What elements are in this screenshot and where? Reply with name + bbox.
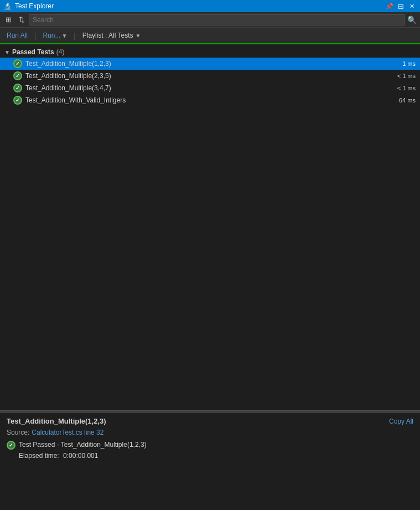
playlist-button[interactable]: Playlist : All Tests ▼ xyxy=(80,30,143,40)
playlist-dropdown-arrow[interactable]: ▼ xyxy=(136,33,141,39)
toolbar: ⊞ ⇅ 🔍 xyxy=(0,12,420,28)
test-duration: < 1 ms xyxy=(397,73,416,79)
sort-button[interactable]: ⇅ xyxy=(15,14,28,26)
test-row-left: Test_Addition_With_Valid_Intigers xyxy=(13,96,126,105)
separator-1: | xyxy=(34,32,36,40)
collapse-arrow-icon: ▼ xyxy=(4,49,10,55)
search-icon: 🔍 xyxy=(407,16,417,24)
test-row[interactable]: Test_Addition_With_Valid_Intigers 64 ms xyxy=(0,94,420,106)
detail-elapsed-row: Elapsed time: 0:00:00.001 xyxy=(19,452,413,460)
copy-all-button[interactable]: Copy All xyxy=(389,418,413,425)
detail-header: Test_Addition_Multiple(1,2,3) Copy All xyxy=(7,417,413,425)
test-name: Test_Addition_Multiple(3,4,7) xyxy=(25,84,111,92)
test-row-left: Test_Addition_Multiple(1,2,3) xyxy=(13,59,111,68)
test-duration: < 1 ms xyxy=(397,85,416,91)
result-text: Test Passed - Test_Addition_Multiple(1,2… xyxy=(19,441,147,449)
group-label: Passed Tests xyxy=(12,48,54,56)
run-dropdown-arrow[interactable]: ▼ xyxy=(61,33,67,39)
elapsed-label: Elapsed time: xyxy=(19,452,59,460)
test-row[interactable]: Test_Addition_Multiple(3,4,7) < 1 ms xyxy=(0,82,420,94)
test-pass-icon xyxy=(13,59,22,68)
close-button[interactable]: ✕ xyxy=(407,1,417,11)
title-bar-left: 🔬 Test Explorer xyxy=(3,2,54,10)
detail-panel: Test_Addition_Multiple(1,2,3) Copy All S… xyxy=(0,413,420,510)
detail-source-row: Source: CalculatorTest.cs line 32 xyxy=(7,429,413,436)
passed-tests-group-header[interactable]: ▼ Passed Tests (4) xyxy=(0,47,420,58)
test-pass-icon xyxy=(13,71,22,80)
search-input[interactable] xyxy=(29,14,405,25)
test-name: Test_Addition_With_Valid_Intigers xyxy=(25,96,126,104)
test-row-left: Test_Addition_Multiple(2,3,5) xyxy=(13,71,111,80)
group-by-button[interactable]: ⊞ xyxy=(2,14,14,26)
test-row-left: Test_Addition_Multiple(3,4,7) xyxy=(13,84,111,92)
auto-hide-button[interactable]: ⊟ xyxy=(396,1,406,11)
sort-icon: ⇅ xyxy=(19,16,25,24)
action-bar: Run All | Run... ▼ | Playlist : All Test… xyxy=(0,28,420,44)
detail-result-row: Test Passed - Test_Addition_Multiple(1,2… xyxy=(7,441,413,450)
source-link[interactable]: CalculatorTest.cs line 32 xyxy=(32,429,103,436)
test-name: Test_Addition_Multiple(1,2,3) xyxy=(25,60,111,68)
title-icon: 🔬 xyxy=(3,2,12,10)
run-all-button[interactable]: Run All xyxy=(4,30,30,40)
group-by-icon: ⊞ xyxy=(6,16,12,24)
test-row[interactable]: Test_Addition_Multiple(2,3,5) < 1 ms xyxy=(0,70,420,82)
test-row[interactable]: Test_Addition_Multiple(1,2,3) 1 ms xyxy=(0,58,420,70)
group-count: (4) xyxy=(56,48,65,56)
source-label: Source: xyxy=(7,429,29,436)
search-button[interactable]: 🔍 xyxy=(406,14,418,26)
test-pass-icon xyxy=(13,84,22,92)
title-bar: 🔬 Test Explorer 📌 ⊟ ✕ xyxy=(0,0,420,12)
run-button[interactable]: Run... ▼ xyxy=(40,30,69,40)
title-bar-controls: 📌 ⊟ ✕ xyxy=(385,1,417,11)
test-pass-icon xyxy=(13,96,22,105)
result-pass-icon xyxy=(7,441,15,450)
run-label: Run... xyxy=(43,32,60,39)
detail-title: Test_Addition_Multiple(1,2,3) xyxy=(7,417,106,425)
pin-button[interactable]: 📌 xyxy=(385,1,395,11)
test-duration: 64 ms xyxy=(399,97,416,104)
title-text: Test Explorer xyxy=(15,2,54,10)
elapsed-value: 0:00:00.001 xyxy=(63,452,98,460)
test-duration: 1 ms xyxy=(402,60,416,67)
separator-2: | xyxy=(74,32,75,40)
test-name: Test_Addition_Multiple(2,3,5) xyxy=(25,72,111,80)
test-tree-panel: ▼ Passed Tests (4) Test_Addition_Multipl… xyxy=(0,44,420,410)
playlist-label: Playlist : All Tests xyxy=(82,32,133,39)
